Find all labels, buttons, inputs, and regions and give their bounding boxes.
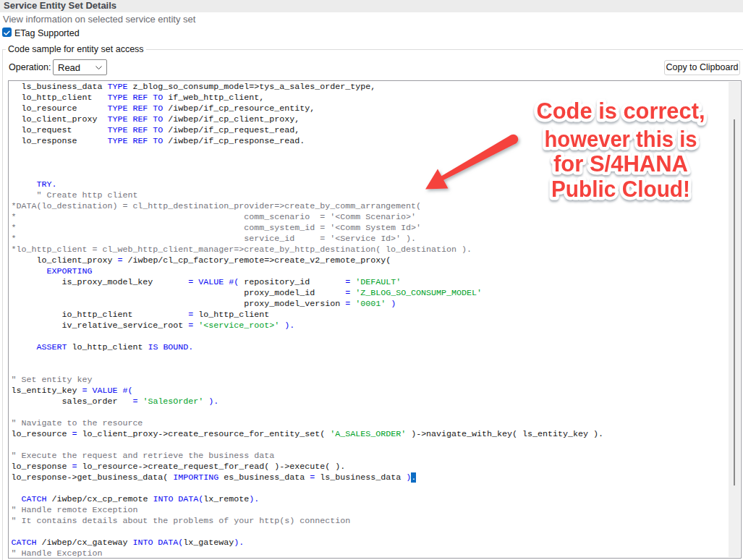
svg-text:however this is: however this is bbox=[545, 127, 697, 151]
svg-text:for S/4HANA: for S/4HANA bbox=[553, 151, 688, 176]
svg-text:Public Cloud!: Public Cloud! bbox=[551, 177, 690, 201]
svg-text:Code is correct,: Code is correct, bbox=[537, 98, 705, 123]
